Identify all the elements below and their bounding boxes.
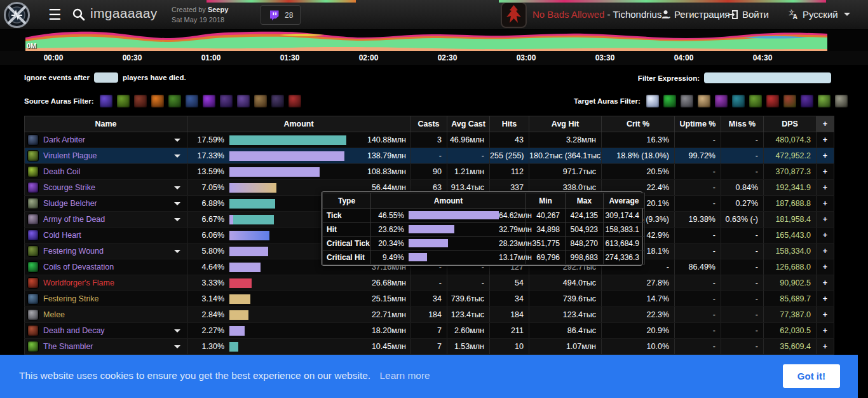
- plague-orb-aura-icon[interactable]: [116, 94, 130, 108]
- table-row[interactable]: The Shambler1.30%10.45млн71.53млн101.07м…: [25, 339, 834, 355]
- void-blob-aura-icon[interactable]: [800, 94, 814, 108]
- spell-name[interactable]: Death and Decay: [43, 326, 105, 335]
- search-icon[interactable]: [72, 8, 86, 22]
- expand-caret-icon[interactable]: [174, 186, 180, 189]
- thorn-aura-icon[interactable]: [783, 94, 797, 108]
- spell-name[interactable]: Scourge Strike: [43, 183, 95, 192]
- spell-name[interactable]: Dark Arbiter: [43, 135, 85, 144]
- column-header-avg-cast[interactable]: Avg Cast: [447, 116, 490, 132]
- spell-name[interactable]: Army of the Dead: [43, 215, 105, 224]
- spell-name[interactable]: Virulent Plague: [43, 151, 97, 160]
- plague-face-aura-icon[interactable]: [817, 94, 831, 108]
- expand-row-button[interactable]: +: [817, 132, 834, 148]
- blood-rose-aura-icon[interactable]: [133, 94, 147, 108]
- expand-caret-icon[interactable]: [174, 139, 180, 142]
- temporal-hourglass-aura-icon[interactable]: [236, 94, 250, 108]
- spell-name[interactable]: The Shambler: [43, 342, 93, 351]
- warcraftlogs-logo-icon[interactable]: [4, 2, 30, 28]
- players-died-input[interactable]: [94, 72, 118, 83]
- shadow-blade-aura-icon[interactable]: [219, 94, 233, 108]
- column-header-dps[interactable]: DPS: [764, 116, 817, 132]
- expand-row-button[interactable]: +: [817, 212, 834, 228]
- expand-row-button[interactable]: +: [817, 196, 834, 212]
- column-header-crit-[interactable]: Crit %: [602, 116, 675, 132]
- flame-claw-aura-icon[interactable]: [151, 94, 165, 108]
- stacked-area-chart[interactable]: [25, 30, 827, 51]
- spell-name[interactable]: Coils of Devastation: [43, 263, 114, 271]
- twitch-badge[interactable]: 28: [261, 5, 301, 25]
- column-header-hits[interactable]: Hits: [490, 116, 529, 132]
- cookie-accept-button[interactable]: Got it!: [783, 364, 840, 388]
- column-header-miss-[interactable]: Miss %: [721, 116, 764, 132]
- starlight-aura-icon[interactable]: [646, 94, 660, 108]
- spell-name[interactable]: Sludge Belcher: [43, 199, 97, 208]
- fel-swirl-aura-icon[interactable]: [663, 94, 677, 108]
- expand-row-button[interactable]: +: [817, 164, 834, 180]
- crit-cell: 14.7%: [602, 291, 675, 307]
- created-by-name[interactable]: Seepy: [208, 6, 228, 13]
- serpent-aura-icon[interactable]: [749, 94, 763, 108]
- uptime-cell: 19.38%: [675, 212, 721, 228]
- spell-name[interactable]: Festering Strike: [43, 294, 99, 303]
- expand-row-button[interactable]: +: [817, 323, 834, 339]
- table-row[interactable]: Death and Decay2.27%18.20млн72.60млн2118…: [25, 323, 834, 339]
- bone-armor-aura-icon[interactable]: [680, 94, 694, 108]
- woven-basket-aura-icon[interactable]: [697, 94, 711, 108]
- menu-icon[interactable]: ☰: [48, 5, 62, 24]
- bone-claws-aura-icon[interactable]: [834, 94, 848, 108]
- spell-name[interactable]: Worldforger's Flame: [43, 278, 114, 287]
- expand-row-button[interactable]: +: [817, 275, 834, 291]
- spell-name[interactable]: Melee: [43, 310, 65, 319]
- spell-name[interactable]: Cold Heart: [43, 231, 81, 240]
- table-row[interactable]: Festering Strike3.14%25.15млн34739.6тыс3…: [25, 291, 834, 307]
- column-header-name[interactable]: Name: [25, 116, 187, 132]
- expand-row-button[interactable]: +: [817, 180, 834, 196]
- column-header-amount[interactable]: Amount: [187, 116, 410, 132]
- spell-name[interactable]: Festering Wound: [43, 247, 104, 256]
- spell-name[interactable]: Death Coil: [43, 167, 80, 176]
- expand-caret-icon[interactable]: [174, 218, 180, 221]
- venom-orb-aura-icon[interactable]: [168, 94, 182, 108]
- column-header-casts[interactable]: Casts: [410, 116, 447, 132]
- table-row[interactable]: Worldforger's Flame3.33%26.68млн--54494.…: [25, 275, 834, 291]
- expand-row-button[interactable]: +: [817, 259, 834, 275]
- login-link[interactable]: Войти: [728, 9, 769, 20]
- expand-row-button[interactable]: +: [817, 148, 834, 164]
- damage-graph-panel[interactable]: 0M 00:0000:3001:0001:3002:0002:3003:0003…: [0, 30, 868, 65]
- table-row[interactable]: Virulent Plague17.33%138.79млн--255 (255…: [25, 148, 834, 164]
- column-header-avg-hit[interactable]: Avg Hit: [529, 116, 602, 132]
- table-row[interactable]: Melee2.84%22.71млн184123.4тыс184123.4тыс…: [25, 307, 834, 323]
- arcane-swirl-aura-icon[interactable]: [99, 94, 113, 108]
- table-row[interactable]: Death Coil13.59%108.83млн901.21млн112971…: [25, 164, 834, 180]
- register-link[interactable]: Регистрация: [661, 9, 730, 20]
- deep-tentacle-aura-icon[interactable]: [731, 94, 745, 108]
- tide-crest-aura-icon[interactable]: [185, 94, 199, 108]
- guild-link[interactable]: No Bads Allowed - Tichondrius…: [532, 9, 671, 20]
- column-header--[interactable]: +: [817, 116, 834, 132]
- table-row[interactable]: Dark Arbiter17.59%140.88млн346.96млн433.…: [25, 132, 834, 148]
- horde-faction-icon[interactable]: [501, 2, 527, 28]
- expand-caret-icon[interactable]: [174, 202, 180, 205]
- expand-caret-icon[interactable]: [174, 329, 180, 333]
- expand-caret-icon[interactable]: [174, 250, 180, 253]
- void-tendril-aura-icon[interactable]: [714, 94, 728, 108]
- expand-row-button[interactable]: +: [817, 339, 834, 355]
- expand-caret-icon[interactable]: [174, 154, 180, 158]
- expand-row-button[interactable]: +: [817, 307, 834, 323]
- learn-more-link[interactable]: Learn more: [379, 370, 430, 381]
- expand-row-button[interactable]: +: [817, 228, 834, 244]
- fel-cross-aura-icon[interactable]: [202, 94, 216, 108]
- miss-cell: 0.84%: [721, 180, 764, 196]
- blood-flame-aura-icon[interactable]: [288, 94, 302, 108]
- blood-blade-aura-icon[interactable]: [766, 94, 780, 108]
- column-header-uptime-[interactable]: Uptime %: [675, 116, 721, 132]
- satchel-aura-icon[interactable]: [254, 94, 268, 108]
- language-menu[interactable]: 文 A Русский: [788, 9, 850, 20]
- expand-caret-icon[interactable]: [174, 345, 180, 348]
- shadow-cross-aura-icon[interactable]: [271, 94, 285, 108]
- expand-row-button[interactable]: +: [817, 291, 834, 307]
- filter-expression-input[interactable]: [704, 72, 831, 83]
- uptime-cell: -: [675, 180, 721, 196]
- expand-row-button[interactable]: +: [817, 244, 834, 259]
- guild-name[interactable]: No Bads Allowed: [532, 9, 604, 20]
